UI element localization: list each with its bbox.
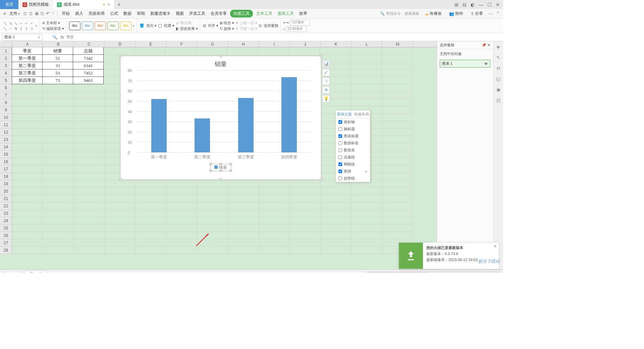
cell[interactable] <box>197 225 228 232</box>
cell[interactable] <box>12 143 43 151</box>
cell[interactable] <box>290 210 321 217</box>
chart-elements-btn[interactable]: 📊 <box>322 60 330 67</box>
cell[interactable] <box>105 239 136 247</box>
cell[interactable] <box>381 77 412 84</box>
row-header[interactable]: 4 <box>0 69 12 77</box>
more-icon[interactable]: ⋯ <box>488 11 493 16</box>
cell[interactable] <box>290 195 321 202</box>
width-field[interactable]: ⟷ <box>283 20 310 26</box>
popup-checkbox[interactable] <box>338 141 342 145</box>
cell[interactable]: 总额 <box>73 47 104 55</box>
cell[interactable] <box>382 151 413 158</box>
preset-2[interactable]: Abc <box>82 21 93 30</box>
cell[interactable] <box>74 158 105 165</box>
cell[interactable] <box>12 239 43 247</box>
cell[interactable] <box>382 136 413 143</box>
sheet-nav-last[interactable]: ▸| <box>19 271 24 272</box>
selectpane-btn[interactable]: ⊡选择窗格 <box>259 23 278 28</box>
col-header[interactable]: F <box>166 41 197 47</box>
cell[interactable] <box>352 217 382 225</box>
cell[interactable] <box>382 202 413 210</box>
popup-checkbox[interactable] <box>338 120 342 124</box>
row-header[interactable]: 10 <box>0 114 12 121</box>
cell[interactable] <box>136 247 166 254</box>
chart-filter-btn[interactable]: ▽ <box>322 78 330 85</box>
sheet-nav-first[interactable]: |◂ <box>2 271 7 272</box>
outline-btn[interactable]: ◯轮廓▾ <box>158 23 174 28</box>
tab-document[interactable]: S 成绩.xlsx • × <box>53 0 114 9</box>
cell[interactable] <box>382 143 413 151</box>
row-header[interactable]: 15 <box>0 151 12 158</box>
cell[interactable] <box>290 247 321 254</box>
cell[interactable] <box>259 195 290 202</box>
row-header[interactable]: 9 <box>0 106 12 114</box>
col-header[interactable]: D <box>105 41 136 47</box>
cell[interactable] <box>290 180 321 188</box>
cell[interactable] <box>382 99 413 106</box>
cell[interactable] <box>382 114 413 121</box>
group-btn[interactable]: ⊞ 组合 ▾ <box>220 20 234 26</box>
cell[interactable] <box>228 225 259 232</box>
cell[interactable] <box>197 247 228 254</box>
row-header[interactable]: 13 <box>0 136 12 143</box>
cell[interactable] <box>43 151 74 158</box>
file-menu[interactable]: 文件 v <box>7 10 22 17</box>
cell[interactable] <box>136 195 166 202</box>
tab-home[interactable]: 首页 <box>0 0 18 9</box>
menu-dev[interactable]: 开发工具 <box>187 10 207 17</box>
cell[interactable] <box>382 188 413 195</box>
popup-item[interactable]: 图例 <box>336 168 370 175</box>
cell[interactable] <box>228 202 259 210</box>
align-btn[interactable]: ⊟对齐▾ <box>203 23 218 28</box>
cell[interactable] <box>104 47 135 55</box>
cell[interactable] <box>259 232 290 239</box>
print-icon[interactable]: 🖶 <box>35 11 39 16</box>
cell[interactable] <box>43 195 74 202</box>
popup-item[interactable]: 网格线 <box>336 161 370 168</box>
cell[interactable] <box>105 180 136 188</box>
changes-btn[interactable]: ☁ 有修改 <box>423 10 444 17</box>
cell[interactable] <box>12 247 43 254</box>
cell[interactable]: 52 <box>42 54 73 62</box>
popup-item[interactable]: 坐标轴 <box>336 118 370 126</box>
side-icon-2[interactable]: ⇄ <box>496 65 500 71</box>
cell[interactable] <box>105 247 136 254</box>
cell[interactable] <box>321 217 352 225</box>
cell[interactable] <box>382 225 413 232</box>
side-icon-5[interactable]: ⊡ <box>496 98 500 103</box>
cell[interactable] <box>352 202 382 210</box>
cell[interactable] <box>197 232 228 239</box>
cell[interactable] <box>228 247 259 254</box>
preset-1[interactable]: Abc <box>69 21 80 30</box>
cell[interactable] <box>382 165 413 173</box>
cell[interactable]: 53 <box>42 69 73 77</box>
cell[interactable] <box>43 210 74 217</box>
chart-style-btn[interactable]: 🖊 <box>322 69 330 76</box>
row-header[interactable]: 14 <box>0 143 12 151</box>
chart-bar[interactable] <box>238 98 254 152</box>
cell[interactable] <box>12 188 43 195</box>
cell[interactable] <box>74 239 105 247</box>
share-btn[interactable]: ⇪ 分享 <box>469 10 485 17</box>
cell[interactable] <box>12 195 43 202</box>
cell[interactable] <box>43 106 74 114</box>
row-header[interactable]: 3 <box>0 62 12 69</box>
cell[interactable] <box>74 143 105 151</box>
chart-ideas-btn[interactable]: 💡 <box>322 95 330 102</box>
close-panel-icon[interactable]: ✕ <box>487 43 490 47</box>
cell[interactable] <box>197 217 228 225</box>
cell[interactable] <box>259 210 290 217</box>
side-icon-1[interactable]: ◈ <box>496 44 500 49</box>
cell[interactable] <box>74 114 105 121</box>
cell[interactable] <box>228 188 259 195</box>
new-tab-button[interactable]: + <box>114 2 124 8</box>
cell[interactable] <box>381 69 412 77</box>
cell[interactable] <box>352 239 382 247</box>
popup-checkbox[interactable] <box>338 155 342 159</box>
cell[interactable] <box>105 225 136 232</box>
cell[interactable] <box>382 180 413 188</box>
cell[interactable] <box>166 180 197 188</box>
cell[interactable] <box>197 195 228 202</box>
cell[interactable] <box>43 158 74 165</box>
col-header[interactable]: B <box>43 41 74 47</box>
